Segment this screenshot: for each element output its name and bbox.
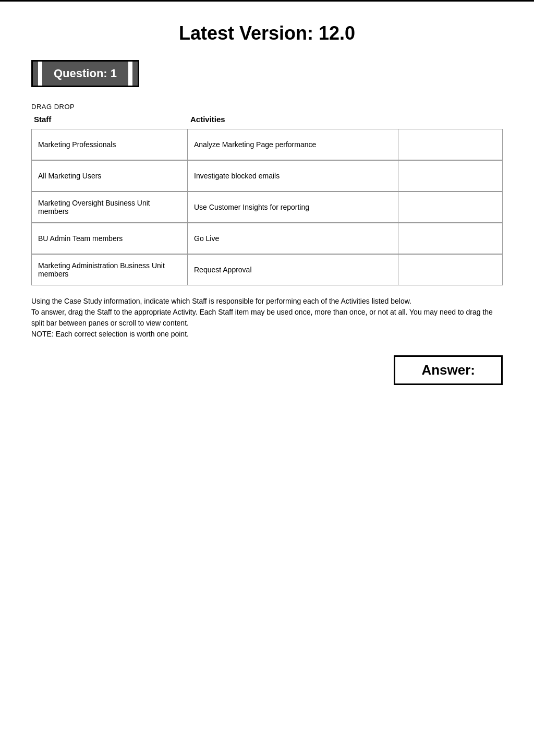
table-row[interactable]: BU Admin Team members Go Live: [31, 223, 503, 254]
answer-cell-4[interactable]: [398, 223, 503, 254]
activity-text-2: Investigate blocked emails: [194, 172, 280, 180]
staff-cell-3[interactable]: Marketing Oversight Business Unit member…: [31, 191, 188, 223]
drag-drop-label: DRAG DROP: [31, 103, 503, 111]
answer-cell-3[interactable]: [398, 191, 503, 223]
table-row[interactable]: All Marketing Users Investigate blocked …: [31, 160, 503, 191]
instruction-line-3: NOTE: Each correct selection is worth on…: [31, 329, 503, 340]
instructions-block: Using the Case Study information, indica…: [31, 296, 503, 340]
instruction-line-1: Using the Case Study information, indica…: [31, 296, 503, 307]
activity-text-1: Analyze Marketing Page performance: [194, 140, 316, 149]
activity-cell-4: Go Live: [188, 223, 398, 254]
answer-cell-5[interactable]: [398, 254, 503, 285]
staff-text-4: BU Admin Team members: [38, 234, 123, 243]
activity-text-3: Use Customer Insights for reporting: [194, 203, 309, 211]
activity-text-4: Go Live: [194, 234, 219, 243]
answer-box: Answer:: [394, 355, 503, 385]
answer-label: Answer:: [421, 362, 475, 378]
question-box: Question: 1: [31, 60, 139, 87]
staff-column-header: Staff: [31, 115, 188, 124]
answer-cell-1[interactable]: [398, 129, 503, 160]
drag-drop-table: Marketing Professionals Analyze Marketin…: [31, 129, 503, 285]
answer-section: Answer:: [31, 355, 503, 385]
page-title: Latest Version: 12.0: [31, 22, 503, 44]
staff-text-3: Marketing Oversight Business Unit member…: [38, 199, 181, 215]
table-row[interactable]: Marketing Oversight Business Unit member…: [31, 191, 503, 223]
activity-cell-5: Request Approval: [188, 254, 398, 285]
columns-header: Staff Activities: [31, 115, 503, 124]
staff-text-2: All Marketing Users: [38, 172, 101, 180]
staff-cell-4[interactable]: BU Admin Team members: [31, 223, 188, 254]
staff-cell-5[interactable]: Marketing Administration Business Unit m…: [31, 254, 188, 285]
table-row[interactable]: Marketing Administration Business Unit m…: [31, 254, 503, 285]
instruction-line-2: To answer, drag the Staff to the appropr…: [31, 307, 503, 329]
activities-column-header: Activities: [188, 115, 503, 124]
table-row[interactable]: Marketing Professionals Analyze Marketin…: [31, 129, 503, 160]
activity-text-5: Request Approval: [194, 266, 252, 274]
answer-cell-2[interactable]: [398, 160, 503, 191]
question-label: Question: 1: [54, 67, 117, 80]
activity-cell-1: Analyze Marketing Page performance: [188, 129, 398, 160]
activity-cell-2: Investigate blocked emails: [188, 160, 398, 191]
staff-text-1: Marketing Professionals: [38, 140, 116, 149]
staff-text-5: Marketing Administration Business Unit m…: [38, 261, 181, 278]
staff-cell-2[interactable]: All Marketing Users: [31, 160, 188, 191]
activity-cell-3: Use Customer Insights for reporting: [188, 191, 398, 223]
staff-cell-1[interactable]: Marketing Professionals: [31, 129, 188, 160]
